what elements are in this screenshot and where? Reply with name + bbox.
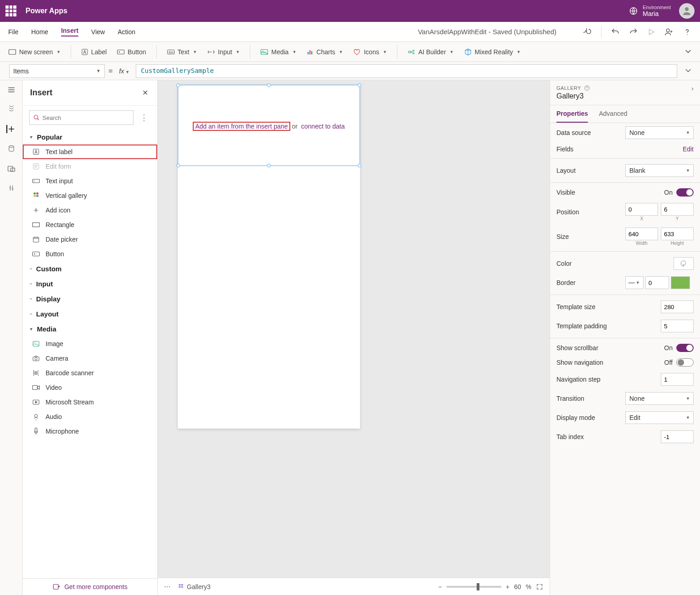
menu-file[interactable]: File — [8, 28, 19, 36]
group-media[interactable]: ▾Media — [23, 321, 157, 336]
fit-screen-icon[interactable] — [536, 583, 543, 590]
group-input[interactable]: ›Input — [23, 276, 157, 291]
share-icon[interactable] — [664, 27, 674, 36]
group-display[interactable]: ›Display — [23, 291, 157, 306]
ribbon-text[interactable]: AbcText▼ — [167, 48, 197, 56]
info-icon[interactable] — [584, 85, 590, 91]
rail-insert-icon[interactable] — [6, 125, 15, 133]
ribbon-charts[interactable]: Charts▼ — [306, 48, 343, 56]
tab-index-input[interactable] — [661, 430, 694, 443]
redo-icon[interactable] — [629, 27, 638, 36]
ribbon-media[interactable]: Media▼ — [260, 48, 296, 56]
insert-microphone[interactable]: Microphone — [23, 424, 157, 439]
undo-icon[interactable] — [611, 27, 620, 36]
menu-view[interactable]: View — [91, 28, 105, 36]
close-icon[interactable]: ✕ — [140, 87, 150, 99]
svg-point-38 — [35, 357, 37, 360]
template-size-input[interactable] — [661, 300, 694, 313]
search-input[interactable] — [29, 110, 134, 125]
insert-add-icon[interactable]: Add icon — [23, 203, 157, 217]
expand-formula-icon[interactable] — [681, 68, 695, 74]
ribbon-overflow-icon[interactable] — [685, 49, 692, 55]
insert-vertical-gallery[interactable]: Vertical gallery — [23, 188, 157, 203]
rail-tree-icon[interactable] — [7, 105, 15, 113]
app-launcher-icon[interactable] — [5, 5, 16, 16]
insert-button[interactable]: Button — [23, 247, 157, 261]
layout-select[interactable]: Blank▼ — [625, 164, 694, 177]
zoom-slider[interactable] — [447, 586, 501, 588]
formula-input[interactable]: CustomGallerySample — [136, 64, 677, 78]
size-height-input[interactable] — [661, 228, 694, 240]
display-mode-select[interactable]: Edit▼ — [625, 411, 694, 424]
insert-audio[interactable]: Audio — [23, 409, 157, 424]
insert-text-input[interactable]: Text input — [23, 174, 157, 188]
ribbon-mixed-reality[interactable]: Mixed Reality▼ — [464, 48, 521, 56]
environment-picker[interactable]: Environment Maria — [629, 5, 671, 17]
border-style-select[interactable]: ▼ — [625, 276, 643, 289]
rail-media-icon[interactable] — [7, 165, 15, 172]
status-more-icon[interactable]: ⋯ — [164, 583, 170, 590]
insert-camera[interactable]: Camera — [23, 351, 157, 366]
more-options-icon[interactable]: ⋮ — [137, 113, 151, 123]
insert-text-label[interactable]: Text label — [23, 145, 157, 159]
ribbon-icons[interactable]: Icons▼ — [353, 48, 386, 56]
template-padding-input[interactable] — [661, 320, 694, 332]
zoom-out-icon[interactable]: − — [438, 583, 442, 590]
group-popular[interactable]: ▾Popular — [23, 129, 157, 145]
insert-date-picker[interactable]: Date picker — [23, 232, 157, 247]
transition-select[interactable]: None▼ — [625, 392, 694, 405]
ribbon-input[interactable]: Input▼ — [207, 48, 240, 56]
menu-action[interactable]: Action — [118, 28, 135, 36]
position-x-input[interactable] — [625, 203, 658, 216]
breadcrumb[interactable]: Gallery3 — [178, 583, 211, 590]
menu-insert[interactable]: Insert — [61, 27, 78, 36]
insert-video[interactable]: Video — [23, 380, 157, 395]
scrollbar-toggle[interactable] — [676, 344, 694, 352]
visible-toggle[interactable] — [676, 188, 694, 197]
user-avatar[interactable] — [679, 3, 695, 19]
insert-image[interactable]: Image — [23, 336, 157, 351]
gallery-selection[interactable]: Add an item from the insert pane or conn… — [178, 85, 360, 166]
svg-rect-45 — [181, 584, 183, 585]
insert-barcode-scanner[interactable]: Barcode scanner — [23, 366, 157, 380]
color-swatch[interactable] — [674, 257, 694, 270]
tab-advanced[interactable]: Advanced — [599, 105, 627, 123]
ribbon-new-screen[interactable]: New screen▼ — [8, 48, 61, 56]
rail-hamburger-icon[interactable] — [7, 87, 15, 93]
insert-microsoft-stream[interactable]: Microsoft Stream — [23, 395, 157, 409]
play-icon[interactable] — [647, 28, 655, 36]
navigation-toggle[interactable] — [676, 358, 694, 367]
navigation-step-input[interactable] — [661, 373, 694, 386]
border-width-input[interactable] — [645, 276, 669, 289]
canvas-hint-insert[interactable]: Add an item from the insert pane — [193, 122, 290, 131]
svg-point-15 — [408, 51, 411, 53]
canvas-hint-connect[interactable]: connect to data — [301, 123, 345, 130]
ribbon-ai-builder[interactable]: AI Builder▼ — [407, 48, 454, 56]
svg-point-34 — [34, 254, 35, 254]
insert-edit-form[interactable]: Edit form — [23, 159, 157, 174]
collapse-panel-icon[interactable]: › — [691, 85, 694, 92]
get-more-components[interactable]: Get more components — [23, 578, 157, 595]
tab-properties[interactable]: Properties — [556, 105, 588, 123]
menu-home[interactable]: Home — [31, 28, 48, 36]
fx-label[interactable]: fx▼ — [116, 67, 132, 75]
group-custom[interactable]: ›Custom — [23, 261, 157, 276]
svg-rect-47 — [181, 586, 183, 587]
insert-rectangle[interactable]: Rectangle — [23, 217, 157, 232]
group-layout[interactable]: ›Layout — [23, 306, 157, 321]
zoom-in-icon[interactable]: + — [506, 583, 510, 590]
property-selector[interactable]: Items▼ — [9, 64, 105, 78]
data-source-select[interactable]: None▼ — [625, 126, 694, 139]
ribbon-button[interactable]: Button — [117, 48, 146, 56]
rail-tools-icon[interactable] — [8, 184, 15, 192]
ribbon-label[interactable]: Label — [81, 48, 107, 56]
rail-data-icon[interactable] — [8, 145, 15, 153]
help-icon[interactable] — [683, 27, 692, 36]
canvas-area[interactable]: Add an item from the insert pane or conn… — [158, 80, 550, 595]
border-color-swatch[interactable] — [671, 276, 690, 289]
position-y-input[interactable] — [661, 203, 694, 216]
health-icon[interactable] — [582, 27, 592, 37]
artboard[interactable]: Add an item from the insert pane or conn… — [178, 85, 360, 429]
fields-edit-link[interactable]: Edit — [683, 145, 694, 153]
size-width-input[interactable] — [625, 228, 658, 240]
